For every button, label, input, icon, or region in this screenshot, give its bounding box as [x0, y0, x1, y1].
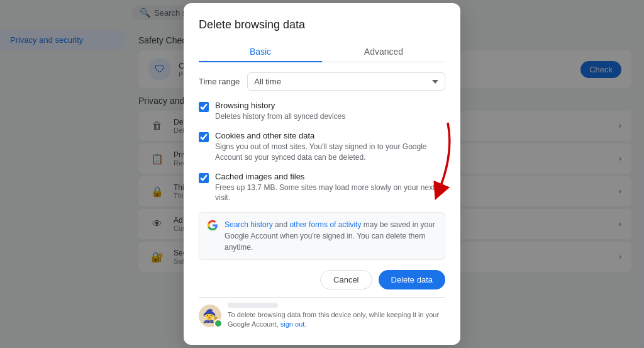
tab-basic[interactable]: Basic [199, 42, 322, 62]
checkbox-browsing-history: Browsing history Deletes history from al… [199, 101, 445, 122]
search-history-link[interactable]: Search history [225, 220, 273, 229]
time-range-select[interactable]: All time Last hour Last 24 hours Last 7 … [247, 72, 445, 91]
browsing-history-checkbox[interactable] [199, 102, 209, 112]
tab-advanced[interactable]: Advanced [322, 42, 445, 62]
google-icon [207, 220, 218, 231]
dialog-footer: Cancel Delete data [199, 270, 445, 289]
modal-overlay: Delete browsing data Basic Advanced Time… [0, 0, 644, 348]
cookies-title: Cookies and other site data [215, 131, 445, 140]
checkbox-cookies: Cookies and other site data Signs you ou… [199, 131, 445, 163]
cached-label: Cached images and files Frees up 13.7 MB… [215, 172, 445, 204]
time-range-row: Time range All time Last hour Last 24 ho… [199, 72, 445, 91]
cookies-checkbox[interactable] [199, 132, 209, 142]
avatar-name-placeholder [228, 303, 278, 308]
browsing-history-label: Browsing history Deletes history from al… [215, 101, 445, 122]
delete-data-button[interactable]: Delete data [379, 270, 446, 289]
avatar-wrap: 🧙 [199, 305, 221, 327]
browsing-history-title: Browsing history [215, 101, 445, 110]
info-box: Search history and other forms of activi… [199, 212, 445, 260]
cached-checkbox[interactable] [199, 173, 209, 183]
cookies-desc: Signs you out of most sites. You'll stay… [215, 142, 445, 163]
cookies-label: Cookies and other site data Signs you ou… [215, 131, 445, 163]
browsing-history-desc: Deletes history from all synced devices [215, 111, 445, 122]
cancel-button[interactable]: Cancel [320, 270, 372, 289]
dialog-title: Delete browsing data [199, 18, 445, 31]
other-activity-link[interactable]: other forms of activity [289, 220, 361, 229]
cached-title: Cached images and files [215, 172, 445, 181]
signed-in-row: 🧙 To delete browsing data from this devi… [199, 297, 445, 330]
cached-desc: Frees up 13.7 MB. Some sites may load mo… [215, 182, 445, 204]
avatar-badge [214, 319, 223, 328]
dialog-tabs: Basic Advanced [199, 42, 445, 62]
sign-out-link[interactable]: sign out [280, 320, 305, 328]
info-text: Search history and other forms of activi… [225, 219, 437, 253]
time-range-label: Time range [199, 77, 240, 86]
delete-browsing-data-dialog: Delete browsing data Basic Advanced Time… [184, 3, 460, 345]
signed-in-info: To delete browsing data from this device… [228, 310, 445, 330]
checkbox-cached: Cached images and files Frees up 13.7 MB… [199, 172, 445, 204]
